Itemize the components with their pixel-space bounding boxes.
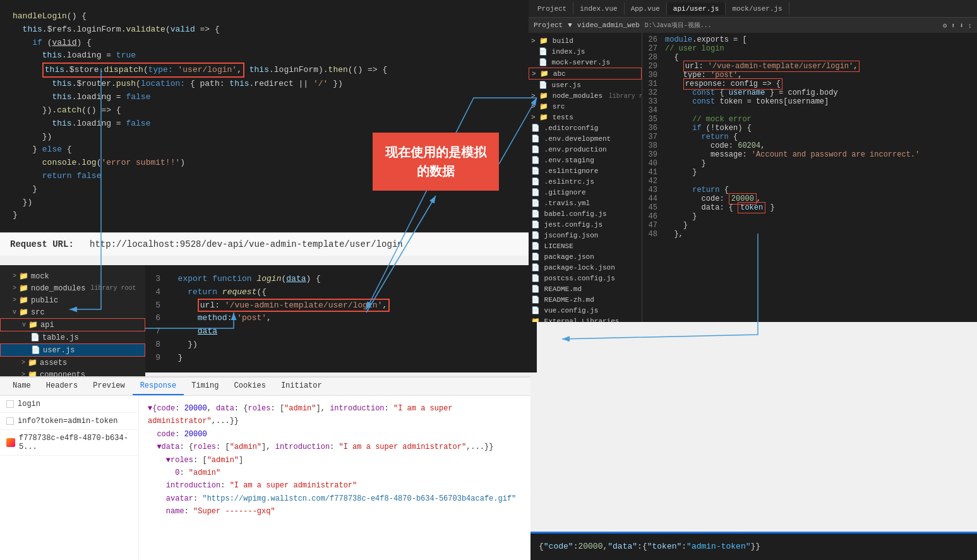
bottom-code-panel: 3 export function login(data) { 4 return… bbox=[145, 265, 537, 372]
rt-eslintignore[interactable]: 📄 .eslintignore bbox=[529, 165, 642, 176]
rcode-37: 37 return { bbox=[642, 133, 977, 141]
dt-resp-line-8: name: "Super -------gxq" bbox=[148, 505, 522, 518]
file-icon: 📄 bbox=[531, 264, 540, 271]
rcode-34: 34 bbox=[642, 106, 977, 115]
rt-external-libs[interactable]: 📁 External Libraries bbox=[529, 316, 642, 322]
image-icon bbox=[6, 438, 15, 447]
tree-api[interactable]: v 📁 api bbox=[0, 318, 145, 331]
rt-travis[interactable]: 📄 .travis.yml bbox=[529, 198, 642, 208]
rcode-48: 48 }, bbox=[642, 230, 977, 239]
arrow-icon: > bbox=[13, 297, 16, 304]
request-url-bar: Request URL: http://localhost:9528/dev-a… bbox=[0, 232, 530, 256]
dt-tab-headers[interactable]: Headers bbox=[39, 378, 85, 395]
dt-tab-name[interactable]: Name bbox=[5, 378, 39, 395]
tab-index-vue[interactable]: index.vue bbox=[573, 3, 624, 15]
project-name: video_admin_web bbox=[577, 21, 640, 29]
rt-build[interactable]: > 📁 build bbox=[529, 35, 642, 46]
rcode-29: 29 url: '/vue-admin-template/user/login'… bbox=[642, 62, 977, 71]
rcode-31: 31 response: config => { bbox=[642, 80, 977, 88]
dt-tab-timing[interactable]: Timing bbox=[184, 378, 226, 395]
rt-node-modules[interactable]: > 📁 node_modules library root bbox=[529, 90, 642, 101]
dt-info-label: info?token=admin-token bbox=[18, 417, 117, 426]
rcode-32: 32 const { username } = config.body bbox=[642, 88, 977, 97]
rt-eslintrc[interactable]: 📄 .eslintrc.js bbox=[529, 176, 642, 187]
rt-gitignore[interactable]: 📄 .gitignore bbox=[529, 187, 642, 198]
file-icon: 📄 bbox=[531, 135, 540, 143]
tab-api-user-js[interactable]: api/user.js bbox=[667, 3, 726, 15]
dt-row-img[interactable]: f778738c-e4f8-4870-b634-5... bbox=[0, 430, 138, 456]
file-icon: 📄 bbox=[531, 210, 540, 218]
rcode-27: 27 // user login bbox=[642, 44, 977, 53]
dt-tab-initiator[interactable]: Initiator bbox=[273, 378, 330, 395]
file-icon: 📄 bbox=[531, 232, 540, 239]
tab-mock-user-js[interactable]: mock/user.js bbox=[726, 3, 789, 15]
tree-mock[interactable]: > 📁 mock bbox=[0, 270, 145, 282]
rt-readme[interactable]: 📄 README.md bbox=[529, 283, 642, 294]
tree-node-modules[interactable]: > 📁 node_modules library root bbox=[0, 282, 145, 294]
rt-package[interactable]: 📄 package.json bbox=[529, 251, 642, 262]
dt-tab-preview[interactable]: Preview bbox=[85, 378, 132, 395]
tab-app-vue[interactable]: App.vue bbox=[625, 3, 667, 15]
dt-tab-response[interactable]: Response bbox=[133, 378, 184, 395]
rcode-43: 43 return { bbox=[642, 186, 977, 194]
rt-postcss[interactable]: 📄 postcss.config.js bbox=[529, 273, 642, 283]
checkbox-info[interactable] bbox=[6, 417, 14, 425]
tree-src[interactable]: v 📁 src bbox=[0, 306, 145, 318]
dt-row-login[interactable]: login bbox=[0, 396, 138, 413]
rt-babel[interactable]: 📄 babel.config.js bbox=[529, 208, 642, 219]
rt-user-js-mock[interactable]: 📄 user.js bbox=[529, 80, 642, 90]
dt-img-label: f778738c-e4f8-4870-b634-5... bbox=[19, 434, 132, 451]
code-line-3: if (valid) { bbox=[13, 37, 518, 50]
json-data-key: "data" bbox=[608, 542, 637, 551]
dt-resp-line-2: code: 20000 bbox=[148, 428, 522, 441]
rt-tests[interactable]: > 📁 tests bbox=[529, 112, 642, 122]
code-line-6: this.$router.push(location: { path: this… bbox=[13, 78, 518, 91]
file-icon: 📄 bbox=[531, 167, 540, 175]
code-line-16: } bbox=[13, 209, 518, 222]
right-tab-bar: Project index.vue App.vue api/user.js mo… bbox=[529, 0, 977, 18]
file-icon: 📄 bbox=[531, 221, 540, 229]
rt-editorconfig[interactable]: 📄 .editorconfig bbox=[529, 122, 642, 133]
file-icon: 📄 bbox=[539, 59, 548, 66]
rt-vue-config[interactable]: 📄 vue.config.js bbox=[529, 305, 642, 316]
arrow-icon: > bbox=[13, 273, 16, 280]
rt-readme-zh[interactable]: 📄 README-zh.md bbox=[529, 294, 642, 305]
tree-assets[interactable]: > 📁 assets bbox=[0, 357, 145, 369]
json-response-bar: {"code":20000,"data":{"token":"admin-tok… bbox=[529, 532, 977, 560]
file-icon: 📄 bbox=[30, 333, 40, 342]
bcode-line-8: 8 }) bbox=[145, 338, 537, 352]
right-ide-panel: Project index.vue App.vue api/user.js mo… bbox=[529, 0, 977, 322]
arrow-icon: v bbox=[13, 309, 16, 316]
folder-icon: 📁 bbox=[539, 92, 548, 100]
dt-resp-line-6: introduction: "I am a super administrato… bbox=[148, 479, 522, 492]
rt-mock-folder[interactable]: > 📁 abc bbox=[529, 68, 642, 80]
rt-license[interactable]: 📄 LICENSE bbox=[529, 241, 642, 251]
rcode-38: 38 code: 60204, bbox=[642, 141, 977, 150]
dt-response-panel: ▼{code: 20000, data: {roles: ["admin"], … bbox=[139, 396, 530, 560]
dt-tab-cookies[interactable]: Cookies bbox=[226, 378, 273, 395]
rt-env-staging[interactable]: 📄 .env.staging bbox=[529, 155, 642, 165]
file-icon: 📄 bbox=[531, 200, 540, 207]
json-token-key: "token" bbox=[647, 542, 682, 551]
tree-public[interactable]: > 📁 public bbox=[0, 294, 145, 306]
rt-src[interactable]: > 📁 src bbox=[529, 101, 642, 112]
rt-jsconfig[interactable]: 📄 jsconfig.json bbox=[529, 230, 642, 241]
tree-user-js[interactable]: 📄 user.js bbox=[0, 343, 145, 357]
rt-env-prod[interactable]: 📄 .env.production bbox=[529, 144, 642, 155]
right-toolbar: Project ▼ video_admin_web D:\Java项目-视频..… bbox=[529, 18, 977, 33]
file-icon: 📄 bbox=[531, 124, 540, 132]
rt-env-dev[interactable]: 📄 .env.development bbox=[529, 133, 642, 144]
rt-package-lock[interactable]: 📄 package-lock.json bbox=[529, 262, 642, 273]
rt-mock-server-js[interactable]: 📄 mock-server.js bbox=[529, 57, 642, 68]
folder-icon: 📁 bbox=[540, 70, 549, 78]
rt-jest[interactable]: 📄 jest.config.js bbox=[529, 219, 642, 230]
devtools-panel: Name Headers Preview Response Timing Coo… bbox=[0, 376, 530, 560]
tab-project[interactable]: Project bbox=[531, 3, 573, 15]
tree-table-js[interactable]: 📄 table.js bbox=[0, 331, 145, 343]
file-icon: 📄 bbox=[31, 345, 40, 355]
checkbox-login[interactable] bbox=[6, 400, 14, 408]
arrow-icon: > bbox=[531, 103, 539, 110]
rt-index-js[interactable]: 📄 index.js bbox=[529, 46, 642, 57]
dt-row-info[interactable]: info?token=admin-token bbox=[0, 413, 138, 430]
rcode-45: 45 data: { token } bbox=[642, 203, 977, 212]
